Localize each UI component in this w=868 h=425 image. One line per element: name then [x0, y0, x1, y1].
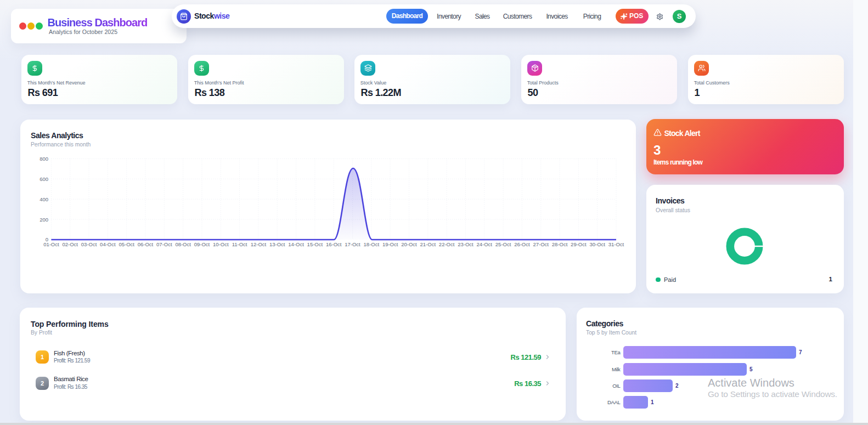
svg-text:400: 400 [40, 196, 48, 202]
svg-text:30-Oct: 30-Oct [589, 241, 605, 247]
svg-text:04-Oct: 04-Oct [100, 241, 116, 247]
svg-text:600: 600 [40, 176, 48, 182]
svg-text:14-Oct: 14-Oct [288, 241, 304, 247]
svg-text:10-Oct: 10-Oct [213, 241, 229, 247]
svg-text:22-Oct: 22-Oct [439, 241, 455, 247]
svg-text:20-Oct: 20-Oct [401, 241, 417, 247]
svg-text:07-Oct: 07-Oct [156, 241, 172, 247]
svg-text:05-Oct: 05-Oct [119, 241, 134, 247]
svg-text:29-Oct: 29-Oct [571, 241, 587, 247]
svg-text:28-Oct: 28-Oct [552, 241, 568, 247]
svg-text:200: 200 [40, 217, 48, 223]
svg-text:03-Oct: 03-Oct [81, 241, 97, 247]
svg-text:31-Oct: 31-Oct [608, 241, 624, 247]
svg-text:13-Oct: 13-Oct [269, 241, 285, 247]
svg-text:0: 0 [46, 236, 48, 242]
svg-text:23-Oct: 23-Oct [458, 241, 474, 247]
svg-text:27-Oct: 27-Oct [533, 241, 549, 247]
svg-text:12-Oct: 12-Oct [251, 241, 267, 247]
svg-text:09-Oct: 09-Oct [194, 241, 210, 247]
svg-text:26-Oct: 26-Oct [514, 241, 530, 247]
svg-text:17-Oct: 17-Oct [345, 241, 360, 247]
svg-text:15-Oct: 15-Oct [307, 241, 323, 247]
svg-text:800: 800 [40, 156, 48, 162]
svg-text:24-Oct: 24-Oct [477, 241, 493, 247]
svg-text:19-Oct: 19-Oct [382, 241, 398, 247]
svg-text:08-Oct: 08-Oct [175, 241, 191, 247]
svg-text:18-Oct: 18-Oct [364, 241, 380, 247]
svg-text:16-Oct: 16-Oct [326, 241, 342, 247]
svg-text:06-Oct: 06-Oct [138, 241, 154, 247]
svg-text:21-Oct: 21-Oct [420, 241, 436, 247]
svg-text:02-Oct: 02-Oct [62, 241, 78, 247]
svg-text:11-Oct: 11-Oct [232, 241, 247, 247]
svg-text:25-Oct: 25-Oct [495, 241, 511, 247]
